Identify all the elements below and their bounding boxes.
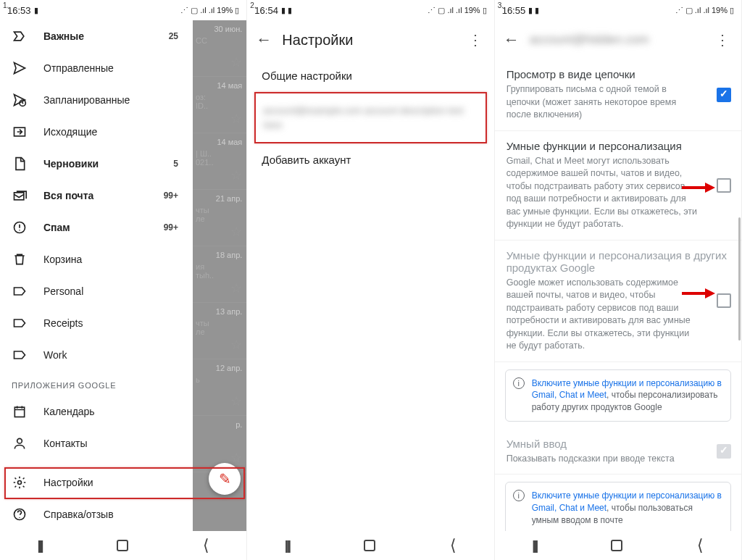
status-bar: 16:55▮ ▮ ⋰ ▢ .ıl .ıl19%▯ (495, 0, 741, 20)
nav-drawer: Важные 25 Отправленные Запланированные И… (0, 20, 193, 531)
android-nav: ||| ⟨ (247, 531, 493, 560)
drawer-allmail[interactable]: Вся почта 99+ (0, 180, 193, 212)
screen-3-account: 3. 16:55▮ ▮ ⋰ ▢ .ıl .ıl19%▯ ← account@hi… (495, 0, 742, 560)
overflow-menu[interactable]: ⋮ (712, 31, 733, 49)
nav-home[interactable] (611, 540, 622, 551)
important-icon (12, 28, 28, 44)
screen-2-settings: 2. 16:54▮ ▮ ⋰ ▢ .ıl .ıl19%▯ ← Настройки … (247, 0, 494, 560)
drawer-label-work[interactable]: Work (0, 339, 193, 371)
back-button[interactable]: ← (504, 30, 530, 49)
annotation-arrow-2 (682, 288, 715, 298)
appbar: ← Настройки ⋮ (247, 20, 493, 59)
overflow-menu[interactable]: ⋮ (465, 31, 485, 49)
label-icon (12, 315, 28, 331)
nav-back[interactable]: ⟨ (450, 536, 457, 555)
info-icon: i (513, 490, 525, 501)
back-button[interactable]: ← (256, 30, 282, 49)
checkbox-smart[interactable] (717, 178, 731, 193)
drawer-section-apps: ПРИЛОЖЕНИЯ GOOGLE (0, 371, 193, 396)
outbox-icon (12, 124, 28, 140)
drawer-sent[interactable]: Отправленные (0, 52, 193, 84)
status-bar: 16:53▮ ⋰ ▢ .ıl .ıl19%▯ (0, 0, 246, 20)
contacts-icon (12, 435, 28, 451)
checkbox-smart-compose[interactable] (717, 444, 731, 459)
nav-recent[interactable]: ||| (532, 538, 536, 553)
appbar: ← account@hidden.com ⋮ (495, 20, 741, 59)
drafts-icon (12, 156, 28, 172)
appbar-title: Настройки (282, 32, 464, 49)
help-icon (12, 506, 28, 522)
label-icon (12, 347, 28, 363)
status-bar: 16:54▮ ▮ ⋰ ▢ .ıl .ıl19%▯ (247, 0, 493, 20)
step-label: 2. (250, 1, 256, 9)
step-label: 1. (3, 1, 9, 9)
drawer-settings[interactable]: Настройки (0, 467, 193, 498)
settings-general[interactable]: Общие настройки (247, 59, 493, 92)
drawer-spam[interactable]: Спам 99+ (0, 212, 193, 243)
nav-home[interactable] (117, 540, 128, 551)
gear-icon (12, 475, 28, 490)
nav-recent[interactable]: ||| (285, 538, 289, 553)
scheduled-icon (12, 92, 28, 108)
svg-point-5 (17, 438, 22, 443)
drawer-contacts[interactable]: Контакты (0, 427, 193, 459)
nav-home[interactable] (364, 540, 375, 551)
calendar-icon (12, 404, 28, 419)
drawer-scheduled[interactable]: Запланированные (0, 84, 193, 116)
info-icon: i (513, 377, 525, 389)
setting-conversation-view[interactable]: Просмотр в виде цепочки Группировать пис… (495, 59, 741, 131)
drawer-help[interactable]: Справка/отзыв (0, 498, 193, 530)
android-nav: ||| ⟨ (495, 531, 741, 560)
allmail-icon (12, 188, 28, 204)
screen-1-drawer: 1. 16:53▮ ⋰ ▢ .ıl .ıl19%▯ 30 июн.CC☆ 14 … (0, 0, 247, 560)
checkbox-conversation[interactable] (717, 88, 731, 102)
trash-icon (12, 251, 28, 267)
settings-account[interactable]: account@example.com account description … (254, 92, 486, 143)
nav-back[interactable]: ⟨ (697, 536, 704, 555)
label-icon (12, 283, 28, 299)
drawer-trash[interactable]: Корзина (0, 243, 193, 275)
drawer-drafts[interactable]: Черновики 5 (0, 148, 193, 180)
info-card-compose: i Включите умные функции и персонализаци… (505, 482, 731, 534)
checkbox-smart-other[interactable] (717, 293, 731, 308)
svg-point-6 (18, 481, 22, 485)
svg-rect-4 (14, 407, 24, 417)
info-card-smart: i Включите умные функции и персонализаци… (505, 369, 731, 422)
drawer-outbox[interactable]: Исходящие (0, 116, 193, 148)
android-nav: ||| ⟨ (0, 531, 246, 560)
sent-icon (12, 60, 28, 76)
account-email-title: account@hidden.com (530, 33, 712, 47)
settings-add-account[interactable]: Добавить аккаунт (247, 143, 493, 176)
step-label: 3. (498, 1, 504, 9)
drawer-important[interactable]: Важные 25 (0, 20, 193, 52)
annotation-arrow-1 (682, 183, 715, 193)
drawer-label-receipts[interactable]: Receipts (0, 307, 193, 339)
nav-recent[interactable]: ||| (38, 538, 42, 553)
setting-smart-compose[interactable]: Умный ввод Показывать подсказки при ввод… (495, 429, 741, 475)
drawer-label-personal[interactable]: Personal (0, 275, 193, 307)
svg-rect-2 (14, 193, 24, 200)
inbox-backdrop: 30 июн.CC☆ 14 маяоз:ID..☆ 14 мая| Ш..021… (193, 20, 246, 531)
spam-icon (12, 220, 28, 235)
compose-fab[interactable]: ✎ (209, 463, 241, 495)
scrollbar[interactable] (738, 217, 741, 340)
setting-smart-other[interactable]: Умные функции и персонализация в других … (495, 241, 741, 362)
drawer-calendar[interactable]: Календарь (0, 396, 193, 427)
nav-back[interactable]: ⟨ (203, 536, 209, 555)
